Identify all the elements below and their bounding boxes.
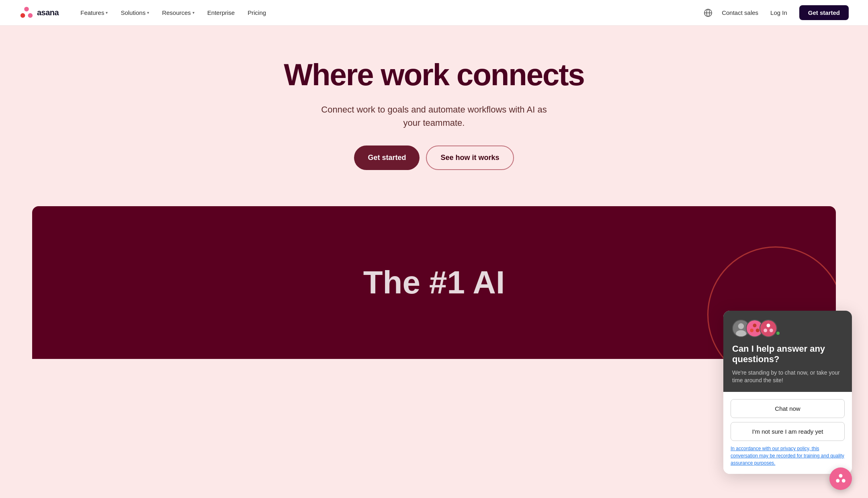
- svg-point-1: [20, 13, 25, 18]
- svg-point-14: [770, 329, 773, 332]
- chat-title: Can I help answer any questions?: [732, 344, 843, 365]
- asana-logo-icon: [19, 6, 34, 20]
- dark-hero-text: The #1 AI: [363, 264, 505, 301]
- navbar: asana Features ▾ Solutions ▾ Resources ▾…: [0, 0, 868, 26]
- chat-fab-button[interactable]: [829, 467, 852, 490]
- asana-avatar-icon: [749, 323, 760, 334]
- nav-solutions[interactable]: Solutions ▾: [115, 6, 155, 19]
- get-started-hero-button[interactable]: Get started: [354, 146, 420, 170]
- nav-links: Features ▾ Solutions ▾ Resources ▾ Enter…: [75, 6, 701, 19]
- chat-fab-icon: [835, 473, 846, 484]
- online-indicator: [776, 331, 780, 336]
- chevron-down-icon: ▾: [147, 10, 149, 15]
- dark-hero-section: The #1 AI: [32, 206, 836, 359]
- svg-point-16: [836, 479, 839, 483]
- chat-now-button[interactable]: Chat now: [731, 399, 845, 418]
- svg-point-9: [753, 324, 757, 327]
- svg-point-7: [738, 323, 744, 329]
- hero-buttons: Get started See how it works: [16, 146, 852, 170]
- avatar-asana-full: [760, 320, 777, 337]
- chat-body: Chat now I'm not sure I am ready yet In …: [723, 392, 852, 474]
- language-selector[interactable]: [701, 6, 715, 20]
- log-in-link[interactable]: Log In: [765, 6, 793, 19]
- svg-point-2: [28, 13, 33, 18]
- asana-full-avatar-icon: [763, 323, 774, 334]
- svg-point-13: [764, 329, 767, 332]
- hero-headline: Where work connects: [16, 58, 852, 92]
- hero-section: Where work connects Connect work to goal…: [0, 26, 868, 206]
- nav-resources[interactable]: Resources ▾: [156, 6, 200, 19]
- contact-sales-link[interactable]: Contact sales: [722, 9, 758, 16]
- chat-avatars: [732, 320, 843, 337]
- globe-icon: [704, 8, 712, 17]
- chevron-down-icon: ▾: [192, 10, 194, 15]
- svg-point-11: [756, 329, 760, 332]
- svg-point-0: [24, 6, 29, 11]
- svg-point-15: [839, 474, 843, 478]
- logo[interactable]: asana: [19, 6, 59, 20]
- svg-point-10: [750, 329, 753, 332]
- chat-privacy-text[interactable]: In accordance with our privacy policy, t…: [731, 445, 845, 467]
- chevron-down-icon: ▾: [106, 10, 108, 15]
- svg-point-12: [767, 324, 770, 327]
- chat-header: Can I help answer any questions? We're s…: [723, 311, 852, 392]
- nav-pricing[interactable]: Pricing: [242, 6, 272, 19]
- nav-features[interactable]: Features ▾: [75, 6, 113, 19]
- get-started-nav-button[interactable]: Get started: [799, 5, 849, 20]
- logo-text: asana: [37, 8, 59, 17]
- svg-point-8: [736, 330, 746, 337]
- chat-widget: Can I help answer any questions? We're s…: [723, 311, 852, 474]
- hero-subheadline: Connect work to goals and automate workf…: [317, 103, 551, 129]
- chat-subtitle: We're standing by to chat now, or take y…: [732, 369, 843, 385]
- nav-right: Contact sales Log In Get started: [701, 5, 849, 20]
- nav-enterprise[interactable]: Enterprise: [202, 6, 240, 19]
- see-how-it-works-button[interactable]: See how it works: [426, 146, 514, 170]
- not-ready-button[interactable]: I'm not sure I am ready yet: [731, 422, 845, 441]
- svg-point-17: [842, 479, 845, 483]
